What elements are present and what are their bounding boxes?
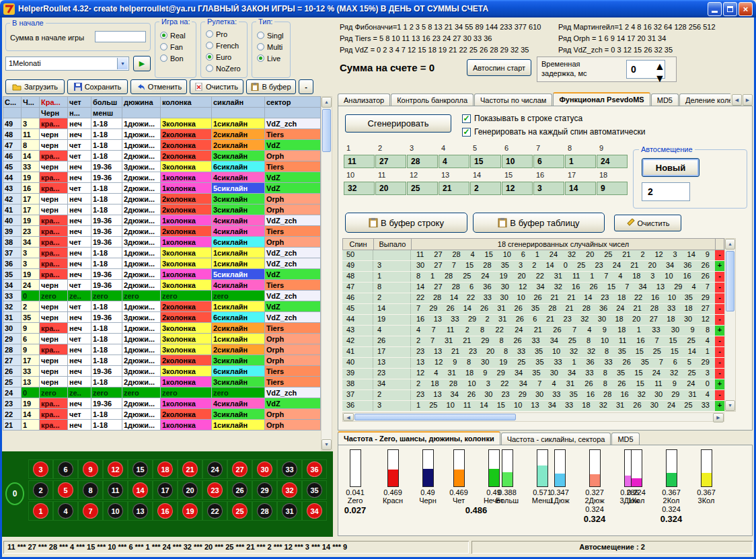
scroll-left-icon[interactable]: ◀ — [343, 413, 354, 421]
generated-hscrollbar-thumb[interactable] — [354, 414, 516, 420]
board-number-5[interactable]: 5 — [58, 482, 73, 498]
tab-scroll-left-icon[interactable]: ◀ — [732, 94, 742, 106]
board-number-22[interactable]: 22 — [207, 503, 223, 519]
tab-Функционал PsevdoMS[interactable]: Функционал PsevdoMS — [553, 92, 650, 106]
radio-Bon[interactable]: Bon — [160, 52, 186, 64]
freq-tab-1[interactable]: Частота - сиклайны, сектора — [501, 433, 611, 445]
board-number-24[interactable]: 24 — [207, 461, 223, 477]
radio-Live[interactable]: Live — [257, 52, 283, 64]
board-number-35[interactable]: 35 — [307, 482, 322, 498]
board-number-36[interactable]: 36 — [307, 461, 322, 477]
copy-row-button[interactable]: В буфер строку — [345, 213, 467, 233]
board-number-30[interactable]: 30 — [257, 461, 272, 477]
board-number-10[interactable]: 10 — [108, 503, 123, 519]
board-number-15[interactable]: 15 — [133, 461, 148, 477]
board-number-34[interactable]: 34 — [307, 503, 322, 519]
board-number-6[interactable]: 6 — [58, 461, 73, 477]
autoshift-input[interactable] — [642, 182, 690, 201]
board-number-27[interactable]: 27 — [232, 461, 248, 477]
board-number-28[interactable]: 28 — [257, 503, 272, 519]
scroll-down-icon[interactable]: ▼ — [725, 400, 735, 411]
board-number-29[interactable]: 29 — [257, 482, 272, 498]
board-number-1[interactable]: 1 — [33, 503, 48, 519]
board-number-14[interactable]: 14 — [133, 482, 148, 498]
start-sum-input[interactable] — [95, 31, 146, 42]
history-scrollbar[interactable]: ▲ ▼ — [321, 96, 332, 451]
autoshift-new-button[interactable]: Новый — [642, 158, 700, 177]
board-number-21[interactable]: 21 — [182, 461, 198, 477]
close-button[interactable]: × — [739, 2, 753, 16]
board-number-3[interactable]: 3 — [33, 461, 48, 477]
board-number-2[interactable]: 2 — [33, 482, 48, 498]
board-number-16[interactable]: 16 — [157, 503, 173, 519]
board-number-25[interactable]: 25 — [232, 503, 248, 519]
tab-MD5[interactable]: MD5 — [651, 94, 679, 106]
board-number-33[interactable]: 33 — [282, 461, 297, 477]
autogen-checkbox[interactable]: ✓ Генерировать на каждый спин автоматиче… — [462, 127, 645, 137]
history-cell: VdZ — [265, 398, 321, 409]
board-zero[interactable]: 0 — [5, 482, 24, 505]
board-number-19[interactable]: 19 — [182, 503, 198, 519]
generated-numbers: 23133426302329303335162816323029314 — [411, 390, 715, 400]
spinner-down-icon[interactable]: ▼ — [654, 73, 665, 85]
load-button[interactable]: Загрузить — [5, 79, 65, 94]
board-number-32[interactable]: 32 — [282, 482, 297, 498]
tab-scroll-right-icon[interactable]: ▶ — [743, 94, 753, 106]
scroll-right-icon[interactable]: ▶ — [713, 413, 724, 422]
collapse-button[interactable]: - — [299, 79, 313, 94]
board-number-23[interactable]: 23 — [207, 482, 223, 498]
scroll-down-icon[interactable]: ▼ — [322, 439, 332, 450]
radio-Pro[interactable]: Pro — [206, 28, 241, 40]
radio-Multi[interactable]: Multi — [257, 41, 283, 52]
radio-Singl[interactable]: Singl — [257, 30, 283, 41]
board-number-26[interactable]: 26 — [232, 482, 248, 498]
tab-Частоты по числам[interactable]: Частоты по числам — [474, 94, 552, 106]
board-number-7[interactable]: 7 — [83, 503, 98, 519]
history-cell: Orph — [265, 355, 321, 366]
clear-button[interactable]: Очистить — [190, 79, 243, 94]
board-number-8[interactable]: 8 — [83, 482, 98, 498]
history-cell: 25 — [3, 377, 22, 387]
board-number-18[interactable]: 18 — [157, 461, 173, 477]
copy-table-button[interactable]: В буфер таблицу — [473, 213, 605, 233]
board-number-9[interactable]: 9 — [83, 461, 98, 477]
generated-table-scrollbar[interactable]: ▲ ▼ — [724, 238, 736, 412]
radio-French[interactable]: French — [206, 40, 241, 51]
board-number-13[interactable]: 13 — [133, 503, 148, 519]
play-button[interactable]: ▶ — [133, 56, 151, 71]
radio-Real[interactable]: Real — [160, 30, 186, 41]
chevron-down-icon[interactable]: ▼ — [117, 58, 128, 69]
scroll-up-icon[interactable]: ▲ — [725, 239, 735, 250]
title-bar[interactable]: HelperRoullet 4.32- create helperroullet… — [0, 0, 756, 17]
undo-button[interactable]: Отменить — [130, 79, 187, 94]
copy-buffer-button[interactable]: В буфер — [246, 79, 296, 94]
board-number-17[interactable]: 17 — [157, 482, 173, 498]
tab-Контроль банкролла[interactable]: Контроль банкролла — [391, 94, 474, 106]
preset-combobox[interactable]: 1Melonati ▼ — [5, 57, 129, 71]
tab-Деление колеса на[interactable]: Деление колеса на — [679, 94, 730, 106]
history-scrollbar-thumb[interactable] — [322, 109, 331, 152]
board-number-20[interactable]: 20 — [182, 482, 198, 498]
spinner-up-icon[interactable]: ▲ — [654, 61, 665, 73]
gen-clear-button[interactable]: Очистить — [614, 215, 681, 231]
board-number-4[interactable]: 4 — [58, 503, 73, 519]
scroll-up-icon[interactable]: ▲ — [322, 97, 332, 108]
generated-table-hscrollbar[interactable]: ◀ ▶ — [342, 412, 724, 422]
radio-Fan[interactable]: Fan — [160, 41, 186, 52]
minimize-button[interactable] — [708, 2, 722, 16]
board-number-12[interactable]: 12 — [108, 461, 123, 477]
autospin-button[interactable]: Автоспин старт — [467, 59, 531, 76]
save-button[interactable]: Сохранить — [67, 79, 128, 94]
radio-NoZero[interactable]: NoZero — [206, 63, 241, 74]
board-number-31[interactable]: 31 — [282, 503, 297, 519]
board-number-11[interactable]: 11 — [108, 482, 123, 498]
freq-tab-0[interactable]: Частота - Zero, шансы, дюжины, колонки — [338, 431, 500, 445]
radio-Euro[interactable]: Euro — [206, 51, 241, 63]
tab-Анализатор[interactable]: Анализатор — [338, 94, 390, 106]
generated-scrollbar-thumb[interactable] — [726, 251, 734, 311]
freq-tab-2[interactable]: MD5 — [611, 433, 639, 445]
delay-spinner[interactable]: 0 ▲▼ — [626, 60, 665, 79]
generate-button[interactable]: Сгенерировать — [345, 114, 451, 133]
status-line-checkbox[interactable]: ✓ Показывать в строке статуса — [462, 114, 582, 123]
maximize-button[interactable] — [723, 2, 737, 16]
